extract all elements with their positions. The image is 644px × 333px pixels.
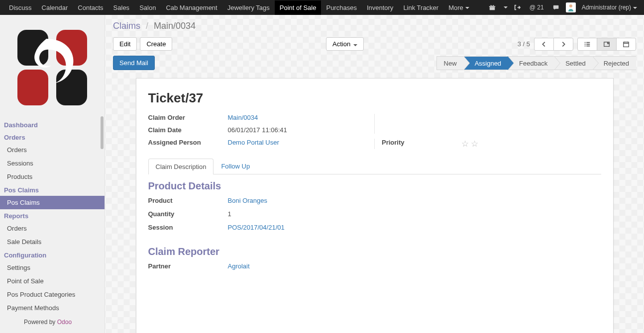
nav-item-purchases[interactable]: Purchases	[321, 0, 361, 15]
page-title: Ticket/37	[148, 90, 601, 106]
status-assigned[interactable]: Assigned	[464, 56, 508, 70]
control-panel: Claims / Main/0034 Edit Create Action 3 …	[105, 15, 644, 70]
pager-prev[interactable]	[534, 38, 554, 51]
powered-pre-label: Powered by	[24, 319, 57, 326]
side-section-config[interactable]: Configuration	[0, 249, 105, 261]
status-feedback[interactable]: Feedback	[508, 56, 554, 70]
signout-icon[interactable]	[511, 2, 524, 13]
side-link-cfg-settings[interactable]: Settings	[0, 261, 105, 274]
side-link-posclaims[interactable]: Pos Claims	[0, 196, 105, 209]
val-claim-order: Main/0034	[228, 114, 368, 121]
view-list[interactable]	[577, 38, 597, 51]
lbl-partner: Partner	[148, 262, 228, 270]
col-left-1: Claim Order Main/0034 Claim Date 06/01/2…	[148, 114, 375, 134]
breadcrumb: Claims / Main/0034	[113, 21, 636, 31]
sidebar-scrollbar[interactable]	[101, 116, 104, 149]
tabs: Claim Description Follow Up	[148, 158, 601, 174]
view-form[interactable]	[597, 38, 617, 51]
nav-item-cab-mgmt[interactable]: Cab Management	[161, 0, 222, 15]
nav-item-discuss[interactable]: Discuss	[4, 0, 37, 15]
nav-more-label: More	[448, 4, 463, 11]
odoo-link[interactable]: Odoo	[57, 319, 72, 326]
svg-rect-5	[17, 70, 48, 105]
tab-follow-up[interactable]: Follow Up	[214, 158, 257, 174]
side-section-reports[interactable]: Reports	[0, 209, 105, 222]
session-link[interactable]: POS/2017/04/21/01	[228, 224, 285, 231]
side-link-cfg-cat[interactable]: Pos Product Categories	[0, 288, 105, 301]
claim-order-link[interactable]: Main/0034	[228, 114, 258, 121]
assigned-link[interactable]: Demo Portal User	[228, 139, 279, 146]
svg-rect-9	[585, 44, 586, 45]
nav-item-salon[interactable]: Salon	[134, 0, 161, 15]
systray-caret-icon	[504, 6, 508, 8]
col-left-2: Assigned Person Demo Portal User	[148, 139, 375, 149]
logo	[0, 15, 105, 118]
nav-item-inventory[interactable]: Inventory	[362, 0, 398, 15]
user-menu[interactable]: Administrator (rep)	[579, 2, 640, 13]
sheet-wrap: Ticket/37 Claim Order Main/0034 Claim Da…	[105, 70, 644, 333]
caret-down-icon	[465, 7, 469, 9]
nav-item-more[interactable]: More	[443, 0, 474, 15]
partner-link[interactable]: Agrolait	[228, 262, 250, 270]
col-right-1	[382, 114, 601, 134]
side-link-rep-orders[interactable]: Orders	[0, 222, 105, 235]
nav-item-sales[interactable]: Sales	[108, 0, 135, 15]
nav-item-jewellery-tags[interactable]: Jewellery Tags	[222, 0, 275, 15]
lbl-claim-order: Claim Order	[148, 114, 228, 121]
priority-star-1[interactable]: ☆	[461, 139, 469, 149]
priority-star-2[interactable]: ☆	[471, 139, 478, 149]
cp-row1: Edit Create Action 3 / 5	[113, 37, 636, 51]
svg-rect-12	[586, 45, 590, 46]
lbl-assigned: Assigned Person	[148, 139, 228, 149]
view-calendar[interactable]	[616, 38, 636, 51]
val-partner: Agrolait	[228, 262, 407, 270]
form-sheet: Ticket/37 Claim Order Main/0034 Claim Da…	[136, 78, 614, 333]
sec-reporter: Claim Reporter	[148, 246, 601, 257]
product-kv: Product Boni Oranges Quantity 1 Session …	[148, 197, 407, 231]
user-caret-icon	[633, 7, 637, 9]
side-section-dashboard[interactable]: Dashboard	[0, 118, 105, 131]
reporter-kv: Partner Agrolait	[148, 262, 407, 270]
gift-icon[interactable]	[486, 2, 499, 13]
statusbar: New Assigned Feedback Settled Rejected	[436, 56, 636, 70]
svg-rect-6	[56, 70, 87, 105]
pager-next[interactable]	[553, 38, 573, 51]
pager-text[interactable]: 3 / 5	[518, 40, 530, 48]
lbl-qty: Quantity	[148, 210, 228, 218]
user-name-label: Administrator (rep)	[582, 4, 631, 11]
nav-item-contacts[interactable]: Contacts	[73, 0, 108, 15]
nav-item-link-tracker[interactable]: Link Tracker	[398, 0, 443, 15]
side-link-cfg-pay[interactable]: Payment Methods	[0, 301, 105, 315]
edit-button[interactable]: Edit	[113, 37, 137, 51]
breadcrumb-root[interactable]: Claims	[113, 21, 140, 31]
create-button[interactable]: Create	[140, 37, 172, 51]
chat-icon[interactable]	[550, 2, 563, 13]
svg-rect-1	[489, 6, 495, 7]
svg-rect-7	[585, 42, 586, 43]
side-scroll: Dashboard Orders Orders Sessions Product…	[0, 118, 105, 330]
side-link-orders[interactable]: Orders	[0, 143, 105, 157]
product-link[interactable]: Boni Oranges	[228, 197, 268, 204]
header-fields-1: Claim Order Main/0034 Claim Date 06/01/2…	[148, 114, 601, 134]
msg-count[interactable]: @ 21	[527, 2, 547, 13]
side-section-posclaims[interactable]: Pos Claims	[0, 183, 105, 196]
lbl-claim-date: Claim Date	[148, 126, 228, 134]
tab-claim-desc[interactable]: Claim Description	[148, 159, 214, 174]
lbl-session: Session	[148, 224, 228, 231]
action-dropdown[interactable]: Action	[326, 37, 364, 51]
side-link-products[interactable]: Products	[0, 170, 105, 183]
topnav: Discuss Calendar Contacts Sales Salon Ca…	[0, 0, 644, 15]
status-new[interactable]: New	[436, 56, 464, 70]
col-right-2: Priority ☆ ☆	[382, 139, 601, 149]
lbl-product: Product	[148, 197, 228, 204]
nav-item-pos[interactable]: Point of Sale	[275, 0, 322, 15]
cp-right: 3 / 5	[518, 38, 636, 51]
side-link-rep-sales[interactable]: Sale Details	[0, 235, 105, 249]
breadcrumb-sep: /	[146, 21, 148, 31]
send-mail-button[interactable]: Send Mail	[113, 56, 155, 70]
status-rejected[interactable]: Rejected	[593, 56, 636, 70]
side-link-sessions[interactable]: Sessions	[0, 157, 105, 170]
nav-item-calendar[interactable]: Calendar	[37, 0, 73, 15]
side-section-orders[interactable]: Orders	[0, 131, 105, 143]
side-link-cfg-pos[interactable]: Point of Sale	[0, 274, 105, 288]
